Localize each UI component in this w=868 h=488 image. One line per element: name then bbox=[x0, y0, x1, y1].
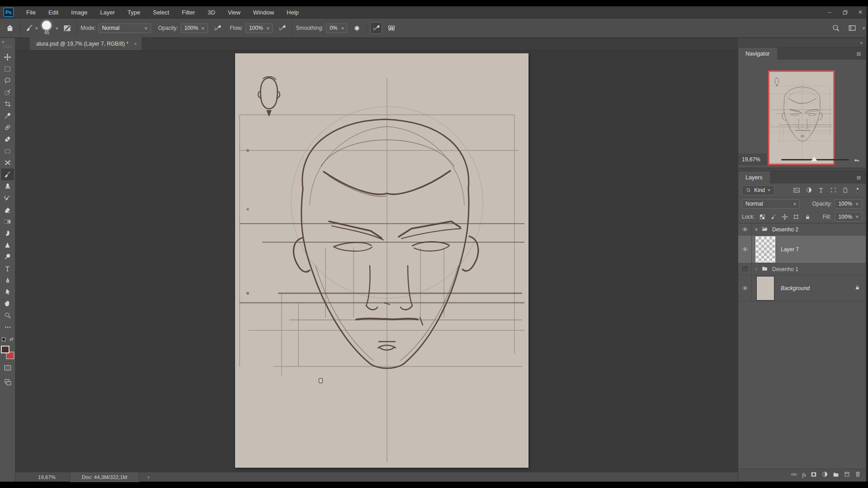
layer-thumbnail[interactable] bbox=[755, 236, 775, 263]
new-layer-icon[interactable] bbox=[844, 471, 850, 479]
quick-selection-tool[interactable] bbox=[1, 86, 14, 98]
pen-tool[interactable] bbox=[1, 274, 14, 286]
filter-type-layers-icon[interactable] bbox=[816, 187, 826, 193]
eraser-tool[interactable] bbox=[1, 204, 14, 216]
screen-mode-button[interactable] bbox=[4, 378, 12, 388]
layer-blend-mode-select[interactable]: Normal ∨ bbox=[742, 199, 800, 209]
layer-style-fx-icon[interactable]: fx bbox=[802, 472, 806, 479]
history-brush-tool[interactable] bbox=[1, 192, 14, 204]
gradient-tool[interactable] bbox=[1, 216, 14, 227]
layers-tab[interactable]: Layers bbox=[738, 171, 770, 183]
zoom-tool[interactable] bbox=[1, 310, 14, 321]
opacity-select[interactable]: 100% ∨ bbox=[181, 23, 208, 33]
filter-shape-layers-icon[interactable] bbox=[829, 187, 838, 193]
clone-stamp-tool[interactable] bbox=[1, 180, 14, 192]
spot-healing-brush-tool[interactable] bbox=[1, 122, 14, 133]
filter-adjustment-layers-icon[interactable] bbox=[804, 187, 813, 193]
path-selection-tool[interactable] bbox=[1, 286, 14, 298]
layer-opacity-select[interactable]: 100% ∨ bbox=[835, 199, 862, 209]
zoom-in-icon[interactable] bbox=[853, 156, 861, 163]
navigator-zoom-slider[interactable] bbox=[781, 159, 849, 160]
chevron-down-icon[interactable]: ∨ bbox=[862, 26, 866, 30]
link-layers-icon[interactable] bbox=[790, 471, 798, 479]
status-zoom-field[interactable]: 19,67% bbox=[38, 474, 70, 480]
airbrush-opacity-pressure-icon[interactable] bbox=[212, 22, 223, 34]
options-grip[interactable]: ⁞⁞ bbox=[1, 27, 2, 29]
hand-tool[interactable] bbox=[1, 298, 14, 310]
lock-transparency-icon[interactable] bbox=[759, 214, 766, 220]
delete-layer-trash-icon[interactable] bbox=[854, 471, 861, 479]
lock-paint-icon[interactable] bbox=[770, 214, 778, 220]
menu-help[interactable]: Help bbox=[280, 6, 305, 18]
menu-3d[interactable]: 3D bbox=[201, 6, 222, 18]
zoom-out-icon[interactable] bbox=[771, 157, 778, 163]
pasteboard[interactable] bbox=[15, 51, 738, 472]
layer-row-group[interactable]: › Desenho 1 bbox=[738, 263, 866, 275]
airbrush-flow-icon[interactable] bbox=[276, 22, 288, 34]
menu-layer[interactable]: Layer bbox=[94, 6, 122, 18]
edit-toolbar-ellipsis[interactable] bbox=[1, 321, 14, 333]
document-tab[interactable]: alura.psd @ 19,7% (Layer 7, RGB/8) * × bbox=[30, 38, 142, 50]
content-aware-move-tool[interactable] bbox=[1, 157, 14, 169]
new-group-icon[interactable] bbox=[832, 471, 840, 479]
type-tool[interactable] bbox=[1, 263, 14, 274]
swap-colors-icon[interactable]: ⇄ bbox=[9, 337, 13, 342]
navigator-tab[interactable]: Navigator bbox=[738, 47, 777, 60]
healing-brush-tool[interactable] bbox=[1, 133, 14, 145]
visibility-eye-icon[interactable] bbox=[738, 224, 752, 235]
layer-name[interactable]: Layer 7 bbox=[781, 246, 799, 253]
lock-all-icon[interactable] bbox=[804, 214, 811, 220]
brush-size-picker[interactable]: 45 bbox=[38, 20, 56, 36]
menu-file[interactable]: File bbox=[20, 6, 42, 18]
layer-name[interactable]: Desenho 2 bbox=[772, 226, 798, 233]
group-collapsed-chevron-icon[interactable]: › bbox=[752, 267, 761, 272]
foreground-color-swatch[interactable] bbox=[1, 346, 9, 353]
layer-filtering-toggle[interactable] bbox=[853, 186, 862, 194]
menu-select[interactable]: Select bbox=[146, 6, 175, 18]
canvas[interactable] bbox=[235, 53, 528, 468]
tab-close-icon[interactable]: × bbox=[134, 41, 137, 47]
filter-pixel-layers-icon[interactable] bbox=[792, 187, 801, 194]
workspace-switcher-icon[interactable] bbox=[846, 22, 858, 34]
menu-window[interactable]: Window bbox=[247, 6, 280, 18]
move-tool[interactable] bbox=[1, 51, 14, 63]
smudge-tool[interactable] bbox=[1, 227, 14, 239]
layer-name[interactable]: Background bbox=[781, 285, 810, 291]
chevron-down-icon[interactable]: ∨ bbox=[55, 26, 59, 30]
background-layer-thumbnail[interactable] bbox=[756, 276, 774, 300]
crop-tool[interactable] bbox=[1, 98, 14, 110]
lock-artboard-icon[interactable] bbox=[793, 214, 800, 220]
brush-settings-panel-icon[interactable] bbox=[61, 22, 73, 34]
restore-button[interactable] bbox=[837, 6, 853, 18]
new-adjustment-layer-icon[interactable] bbox=[821, 471, 828, 479]
sharpen-tool[interactable] bbox=[1, 239, 14, 251]
layers-menu-icon[interactable] bbox=[855, 174, 862, 183]
menu-image[interactable]: Image bbox=[65, 6, 94, 18]
quick-mask-mode-button[interactable] bbox=[4, 364, 12, 374]
lock-position-icon[interactable] bbox=[781, 214, 789, 220]
layer-name[interactable]: Desenho 1 bbox=[772, 266, 798, 272]
dock-collapse-chevrons[interactable]: » bbox=[860, 40, 863, 45]
menu-edit[interactable]: Edit bbox=[42, 6, 65, 18]
filter-smart-objects-icon[interactable] bbox=[841, 187, 850, 193]
visibility-eye-icon[interactable] bbox=[738, 275, 752, 301]
search-icon[interactable] bbox=[830, 22, 842, 34]
patch-tool[interactable] bbox=[1, 145, 14, 157]
dodge-tool[interactable] bbox=[1, 251, 14, 263]
smoothing-select[interactable]: 0% ∨ bbox=[326, 23, 347, 33]
minimize-button[interactable]: – bbox=[822, 6, 837, 18]
tool-preset-brush-icon[interactable] bbox=[24, 22, 35, 34]
flow-select[interactable]: 100% ∨ bbox=[245, 23, 273, 33]
paint-symmetry-butterfly-icon[interactable] bbox=[386, 22, 397, 34]
menu-filter[interactable]: Filter bbox=[175, 6, 201, 18]
lasso-tool[interactable] bbox=[1, 75, 14, 86]
layer-row-group[interactable]: ∨ Desenho 2 bbox=[738, 224, 866, 235]
menu-view[interactable]: View bbox=[222, 6, 247, 18]
group-expand-chevron-icon[interactable]: ∨ bbox=[752, 227, 761, 232]
blend-mode-select[interactable]: Normal ∨ bbox=[99, 23, 151, 33]
toolbar-collapse-chevrons[interactable]: » bbox=[2, 39, 5, 44]
eyedropper-tool[interactable] bbox=[1, 110, 14, 122]
home-icon[interactable] bbox=[4, 22, 16, 34]
navigator-proxy-view[interactable] bbox=[768, 70, 835, 165]
layer-row-background[interactable]: Background bbox=[738, 275, 866, 301]
